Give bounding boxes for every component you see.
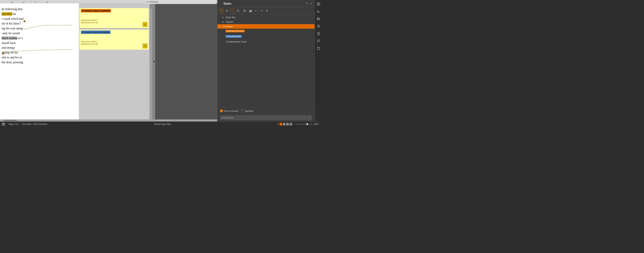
comment-2-title-wrapper: Comment about formatting	[81, 31, 148, 33]
svg-rect-19	[3, 123, 4, 124]
comment-1-dropdown-btn[interactable]: ▼	[143, 22, 148, 27]
comment-block-2: Comment about formatting Unknown Author …	[80, 29, 149, 50]
sidebar-properties-btn[interactable]	[316, 1, 321, 7]
page-icon	[317, 32, 320, 35]
ruler-mark-17: 17	[34, 1, 36, 3]
table-style-btn[interactable]: ▦	[248, 8, 253, 13]
status-page-style: Default Page Style	[51, 123, 274, 125]
styles-drag-handle: ⋮	[220, 2, 222, 5]
ruler-marks: 15 16 17 18 ⊥ ▼ Comments	[1, 0, 216, 3]
ruler-mark-18: 18	[46, 1, 48, 3]
sidebar-scale-btn[interactable]	[316, 9, 321, 14]
zoom-plus-btn[interactable]: +	[311, 123, 312, 126]
sidebar-image-btn[interactable]	[316, 16, 321, 21]
document-icon	[317, 47, 320, 50]
right-sidebar	[314, 0, 322, 121]
zoom-minus-btn[interactable]: −	[294, 123, 295, 126]
transform-icon	[317, 39, 320, 43]
comments-header-label: Comments	[148, 1, 158, 3]
text-line-7: black outline of a	[2, 36, 76, 41]
zoom-slider[interactable]	[296, 124, 310, 124]
status-word-count: 240 words, 1,280 characters	[22, 123, 47, 125]
view-mode-3[interactable]	[286, 123, 289, 125]
view-mode-4[interactable]	[290, 123, 292, 125]
svg-rect-6	[317, 18, 320, 20]
styles-footer-options: ✓ Show previews Spotlight	[218, 108, 314, 114]
sidebar-page-btn[interactable]	[316, 31, 321, 36]
text-line-11: etly to and fro in	[2, 55, 76, 60]
panel-collapse-btn[interactable]: ◀	[152, 3, 155, 119]
text-line-10: oming off his	[2, 50, 76, 55]
style-badge-comment-content: Comment (content)	[226, 30, 245, 32]
sidebar-navigator-btn[interactable]	[316, 23, 321, 29]
styles-panel: ⋮ Styles ? × ¶ A □ 🗋 ☰ ▦ ▪ + ▾ ▶ Body Te	[217, 0, 314, 121]
hierarchical-dropdown-arrow: ▾	[309, 117, 310, 119]
comment-2-dropdown-btn[interactable]: ▼	[143, 44, 148, 48]
show-previews-checkbox[interactable]: ✓	[220, 110, 223, 112]
doc-content-wrapper: be following him just after he r crook w…	[0, 3, 217, 119]
style-name-comment: Comment	[223, 25, 312, 28]
hierarchical-dropdown[interactable]: Hierarchical ▾	[220, 115, 312, 120]
highlighted-text-2: black outline	[2, 36, 17, 40]
styles-close-btn[interactable]: ×	[310, 2, 312, 5]
horizontal-scrollbar[interactable]	[0, 119, 217, 121]
status-cursor-icon: I	[278, 123, 278, 126]
styles-header-actions: ? ×	[306, 2, 312, 5]
sidebar-transform-btn[interactable]	[316, 38, 321, 44]
h-scrollbar-thumb	[3, 120, 17, 121]
view-mode-1[interactable]	[280, 123, 282, 125]
expand-arrow-body-text: ▶	[222, 16, 225, 18]
status-bar: Page 1 of 1 240 words, 1,280 characters …	[0, 121, 322, 126]
zoom-percent-label: 140%	[313, 123, 320, 125]
zoom-area: − + 140%	[294, 123, 320, 126]
styles-help-btn[interactable]: ?	[306, 2, 308, 5]
comment-2-date: 28/09/2023 00:48	[81, 43, 148, 45]
zoom-slider-thumb	[306, 123, 308, 125]
text-line-5: tap his way along	[2, 26, 76, 31]
page-style-btn[interactable]: 🗋	[236, 8, 241, 13]
text-line-9: and energy	[2, 45, 76, 50]
style-item-comment-look[interactable]: Comment (look)	[218, 34, 314, 39]
text-line-12: the door, pressing	[2, 60, 76, 65]
scrollbar-thumb	[150, 4, 152, 9]
spotlight-group[interactable]: Spotlight	[241, 110, 253, 112]
fill-style-btn[interactable]: ▪	[254, 8, 257, 13]
style-item-comment[interactable]: ▾ Comment	[218, 24, 314, 29]
style-item-comment-content[interactable]: Comment (content)	[218, 29, 314, 33]
text-line-2: just after he	[2, 11, 76, 16]
comment-2-title: Comment about formatting	[81, 30, 110, 34]
styles-list: ▶ Body Text ▶ Caption ▾ Comment Comment …	[218, 14, 314, 108]
comments-dropdown-arrow: ▼	[146, 1, 148, 3]
character-style-btn[interactable]: A	[225, 8, 229, 13]
more-options-btn[interactable]: ▾	[265, 8, 269, 13]
paragraph-style-btn[interactable]: ¶	[220, 8, 224, 13]
comment-1-date: 28/09/2023 00:48	[81, 21, 148, 24]
text-line-6: -end, he would	[2, 31, 76, 36]
frame-style-btn[interactable]: □	[230, 8, 234, 13]
spotlight-checkbox[interactable]	[241, 110, 244, 112]
new-style-btn[interactable]: +	[260, 8, 264, 13]
show-previews-group[interactable]: ✓ Show previews	[220, 110, 238, 112]
view-mode-2[interactable]	[283, 123, 286, 125]
style-item-caption[interactable]: ▶ Caption	[218, 20, 314, 24]
vertical-scrollbar[interactable]	[150, 3, 152, 119]
expand-arrow-comment: ▾	[220, 25, 222, 27]
sidebar-doc-btn[interactable]	[316, 46, 321, 51]
ruler-mark-16: 16	[23, 1, 24, 3]
spotlight-label: Spotlight	[245, 110, 253, 112]
style-item-body-text[interactable]: ▶ Body Text	[218, 15, 314, 20]
comment-separator-1	[80, 28, 149, 29]
list-style-btn[interactable]: ☰	[242, 8, 247, 13]
comments-header-bar[interactable]: ▼ Comments	[144, 0, 216, 4]
style-item-complimentary-close[interactable]: Complimentary Close	[218, 39, 314, 44]
comment-1-title: Comment about contents	[81, 9, 111, 12]
properties-icon	[317, 2, 320, 6]
word-count-text: 240 words, 1,280 characters	[22, 123, 47, 125]
hierarchical-label: Hierarchical	[222, 116, 234, 119]
highlighted-text: just after	[2, 12, 12, 15]
status-save-icon[interactable]	[2, 123, 5, 126]
ruler-tab-marker: ⊥	[30, 0, 32, 3]
ruler: 15 16 17 18 ⊥ ▼ Comments	[0, 0, 217, 3]
view-mode-icons	[280, 123, 292, 125]
comment-1-author: Unknown Author	[81, 19, 148, 21]
